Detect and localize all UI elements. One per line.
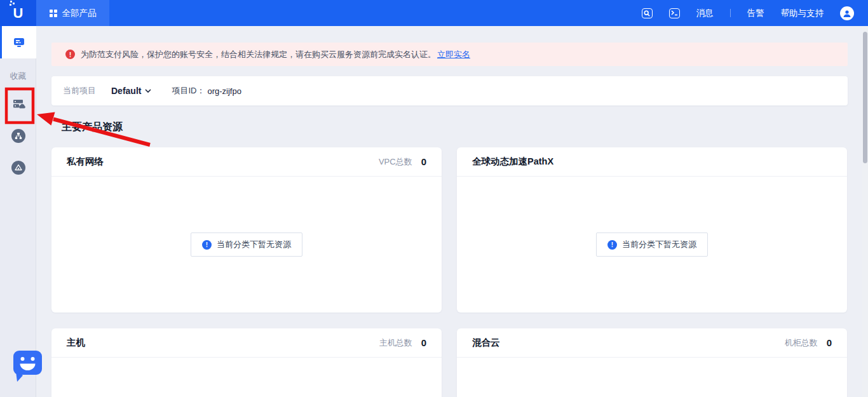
project-bar: 当前项目 Default 项目ID： org-zijfpo: [51, 76, 848, 105]
count-label: 机柜总数: [785, 337, 818, 349]
topbar-divider: [730, 9, 731, 17]
sidebar-item-overview[interactable]: [0, 26, 36, 58]
dashboard-monitor-icon: [11, 35, 27, 50]
count-label: 主机总数: [379, 337, 412, 349]
card-title: 全球动态加速PathX: [472, 156, 553, 168]
card-title: 私有网络: [67, 156, 104, 168]
customer-service-chat-button[interactable]: [11, 349, 44, 386]
messages-link[interactable]: 消息: [696, 8, 714, 19]
server-cloud-icon: [11, 97, 26, 112]
card-count: VPC总数 0: [379, 156, 426, 168]
grid-icon: [50, 10, 57, 17]
cloud-drive-icon: [11, 161, 25, 175]
count-value: 0: [421, 337, 426, 348]
section-title: 主要产品资源: [62, 121, 123, 134]
card-private-network: 私有网络 VPC总数 0 ! 当前分类下暂无资源: [51, 147, 442, 313]
alerts-link[interactable]: 告警: [747, 8, 764, 19]
chevron-down-icon: [145, 89, 151, 93]
ucloud-console-screen: U 全部产品 消息 告警 帮助与支持: [0, 0, 868, 397]
realname-warning-banner: ! 为防范支付风险，保护您的账号安全，结合相关法律规定，请在购买云服务资源前完成…: [51, 43, 848, 66]
favorites-label: 收藏: [0, 71, 36, 82]
card-title: 主机: [67, 337, 85, 349]
card-hybrid-cloud: 混合云 机柜总数 0: [457, 328, 847, 397]
scrollbar-track: [862, 26, 868, 397]
project-id-value: org-zijfpo: [207, 86, 241, 96]
realname-now-link[interactable]: 立即实名: [437, 49, 470, 60]
logo-letter: U: [13, 5, 24, 22]
card-pathx: 全球动态加速PathX ! 当前分类下暂无资源: [457, 147, 847, 313]
search-icon[interactable]: [642, 8, 653, 18]
empty-state-button[interactable]: ! 当前分类下暂无资源: [596, 232, 708, 257]
topbar: U 全部产品 消息 告警 帮助与支持: [0, 0, 868, 26]
scrollbar-thumb[interactable]: [863, 32, 867, 163]
info-icon: !: [607, 240, 617, 250]
project-selector[interactable]: Default: [111, 86, 151, 96]
user-avatar-icon[interactable]: [840, 6, 854, 20]
count-label: VPC总数: [379, 156, 412, 168]
ucloud-logo[interactable]: U: [0, 0, 36, 26]
chat-smiley-icon: [11, 349, 44, 383]
topbar-right: 消息 告警 帮助与支持: [642, 0, 855, 26]
empty-state-text: 当前分类下暂无资源: [622, 239, 696, 250]
project-name: Default: [111, 86, 141, 96]
all-products-button[interactable]: 全部产品: [36, 0, 109, 26]
count-value: 0: [827, 337, 832, 348]
warning-icon: !: [65, 50, 75, 59]
card-header: 私有网络 VPC总数 0: [51, 147, 442, 177]
sidebar: 收藏: [0, 26, 36, 397]
card-header: 混合云 机柜总数 0: [457, 328, 847, 358]
card-count: 机柜总数 0: [785, 337, 832, 349]
sidebar-item-favorite-resources[interactable]: [0, 97, 36, 112]
empty-state-button[interactable]: ! 当前分类下暂无资源: [191, 232, 302, 257]
warning-text: 为防范支付风险，保护您的账号安全，结合相关法律规定，请在购买云服务资源前完成实名…: [81, 49, 436, 60]
sidebar-item-network-topology[interactable]: [0, 129, 36, 143]
card-title: 混合云: [472, 337, 500, 349]
card-header: 主机 主机总数 0: [51, 328, 442, 358]
card-host: 主机 主机总数 0: [51, 328, 442, 397]
console-terminal-icon[interactable]: [669, 8, 680, 18]
annotation-arrow-head: [37, 112, 55, 126]
count-value: 0: [421, 156, 426, 167]
project-id-label: 项目ID：: [172, 85, 205, 97]
card-header: 全球动态加速PathX: [457, 147, 847, 177]
info-icon: !: [202, 240, 212, 250]
help-support-link[interactable]: 帮助与支持: [781, 8, 824, 19]
current-project-label: 当前项目: [63, 85, 96, 97]
hierarchy-icon: [11, 129, 25, 143]
all-products-label: 全部产品: [62, 8, 97, 19]
sidebar-item-cloud-storage[interactable]: [0, 161, 36, 175]
empty-state-text: 当前分类下暂无资源: [217, 239, 291, 250]
card-count: 主机总数 0: [379, 337, 426, 349]
